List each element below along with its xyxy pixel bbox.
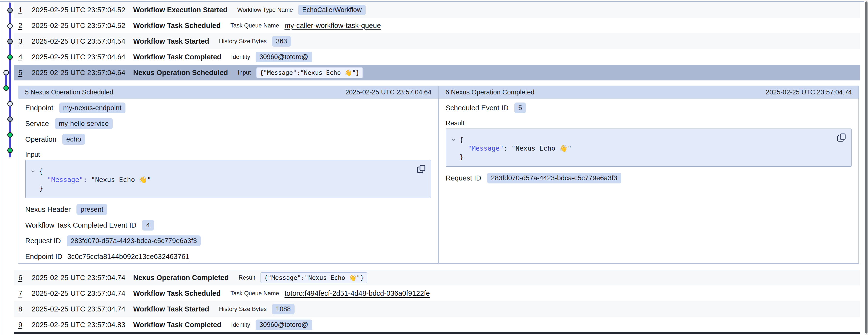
event-timestamp: 2025-02-25 UTC 23:57:04.83 [32,321,125,329]
event-name: Workflow Task Scheduled [133,22,221,30]
horizontal-scrollbar[interactable] [14,332,860,334]
field-label: Endpoint [25,104,54,112]
event-timestamp: 2025-02-25 UTC 23:57:04.74 [32,305,125,313]
json-value: "Nexus Echo 👋" [512,144,571,152]
event-row-7[interactable]: 7 2025-02-25 UTC 23:57:04.74 Workflow Ta… [14,285,860,301]
timeline-dot-event-10[interactable] [7,148,13,153]
event-timestamp: 2025-02-25 UTC 23:57:04.64 [32,69,125,77]
event-row-4[interactable]: 4 2025-02-25 UTC 23:57:04.64 Workflow Ta… [14,49,860,65]
detail-panel-body: Scheduled Event ID 5 Result { "Message":… [439,99,859,186]
event-timestamp: 2025-02-25 UTC 23:57:04.52 [32,6,125,14]
result-section-label: Result [446,116,852,129]
event-name: Workflow Task Started [133,305,209,313]
event-timestamp: 2025-02-25 UTC 23:57:04.52 [32,22,125,30]
endpoint-id-link[interactable]: 3c0c75ccfa8144b092c13ce632463761 [67,253,189,261]
event-id-link[interactable]: 4 [19,53,24,61]
service-field: Service my-hello-service [25,116,431,132]
copy-icon [836,132,847,143]
event-row-8[interactable]: 8 2025-02-25 UTC 23:57:04.74 Workflow Ta… [14,301,860,317]
event-attr-label: Workflow Type Name [237,6,293,13]
event-id-link[interactable]: 2 [19,22,24,30]
event-attr-value-badge: 30960@totoro@ [256,52,312,62]
event-attr-label: Task Queue Name [230,22,279,29]
task-queue-link[interactable]: totoro:f494fecf-2d51-4d48-bdcd-036a0f912… [284,289,430,298]
event-row-6[interactable]: 6 2025-02-25 UTC 23:57:04.74 Nexus Opera… [14,270,860,285]
event-attr-label: Task Queue Name [230,290,279,297]
timeline-dot-event-5[interactable] [3,70,9,75]
event-name: Workflow Task Completed [133,321,221,329]
json-key: "Message" [468,144,504,152]
event-id-link[interactable]: 5 [19,69,24,77]
event-row-9[interactable]: 9 2025-02-25 UTC 23:57:04.83 Workflow Ta… [14,317,860,333]
endpoint-id-field: Endpoint ID 3c0c75ccfa8144b092c13ce63246… [25,249,431,264]
event-id-link[interactable]: 9 [19,321,24,329]
detail-panel-body: Endpoint my-nexus-endpoint Service my-he… [19,99,438,264]
event-attr-label: History Size Bytes [219,306,267,312]
event-row-2[interactable]: 2 2025-02-25 UTC 23:57:04.52 Workflow Ta… [14,18,860,33]
timeline-dot-event-9[interactable] [7,132,13,138]
endpoint-field: Endpoint my-nexus-endpoint [25,100,431,116]
timeline-dot-event-8[interactable] [7,116,13,122]
request-id-field: Request ID 283fd070-d57a-4423-bdca-c5c77… [25,233,431,249]
event-id-link[interactable]: 1 [19,6,24,14]
collapse-chevron-icon[interactable] [31,169,35,173]
field-label: Request ID [446,174,481,182]
event-timestamp: 2025-02-25 UTC 23:57:04.74 [32,274,125,282]
event-name: Nexus Operation Scheduled [133,69,228,77]
json-open-brace: { [39,167,43,175]
event-id-link[interactable]: 6 [19,274,24,282]
timeline-dot-event-6[interactable] [3,85,9,91]
request-id-badge: 283fd070-d57a-4423-bdca-c5c779e6a3f3 [67,235,201,246]
event-id-link[interactable]: 3 [19,37,24,45]
vertical-scrollbar-thumb[interactable] [865,1,868,334]
event-name: Workflow Task Scheduled [133,289,221,298]
timeline-dot-event-1[interactable] [7,8,13,13]
event-attr-label: Input [238,69,251,76]
nexus-header-field: Nexus Header present [25,202,431,217]
timeline-dot-event-3[interactable] [7,39,13,44]
service-badge: my-hello-service [55,118,113,129]
detail-panel-header: 5 Nexus Operation Scheduled 2025-02-25 U… [19,86,438,99]
timeline-dot-event-2[interactable] [7,23,13,29]
event-row-5-selected[interactable]: 5 2025-02-25 UTC 23:57:04.64 Nexus Opera… [14,65,860,80]
event-attr-label: History Size Bytes [219,38,267,45]
detail-panel-title: 5 Nexus Operation Scheduled [25,88,113,96]
event-attr-value-badge: 363 [272,36,291,47]
event-attr-value-badge: EchoCallerWorkflow [298,5,366,15]
operation-field: Operation echo [25,132,431,147]
copy-icon [416,164,426,174]
event-id-link[interactable]: 8 [19,305,24,313]
payload-preview-chip: {"Message":"Nexus Echo 👋"} [260,272,367,283]
vertical-scrollbar-track[interactable] [865,0,868,335]
input-section-label: Input [25,147,431,160]
copy-button[interactable] [415,163,427,175]
field-label: Service [25,120,49,128]
event-row-1[interactable]: 1 2025-02-25 UTC 23:57:04.52 Workflow Ex… [14,2,860,18]
task-queue-link[interactable]: my-caller-workflow-task-queue [284,22,381,30]
detail-panel-title: 6 Nexus Operation Completed [445,88,534,96]
timeline-dot-event-4[interactable] [7,54,13,60]
payload-preview-chip: {"Message":"Nexus Echo 👋"} [256,67,363,78]
timeline-dot-event-7[interactable] [7,101,13,106]
input-json-viewer: { "Message": "Nexus Echo 👋" } [25,160,431,198]
field-label: Scheduled Event ID [446,104,508,112]
request-id-badge: 283fd070-d57a-4423-bdca-c5c779e6a3f3 [487,173,621,184]
event-timestamp: 2025-02-25 UTC 23:57:04.74 [32,289,125,298]
event-name: Workflow Task Started [133,37,209,45]
event-attr-value-badge: 1088 [272,304,294,314]
nexus-header-badge: present [76,204,107,215]
event-id-badge: 4 [142,220,154,230]
workflow-task-completed-event-id-field: Workflow Task Completed Event ID 4 [25,217,431,233]
event-row-3[interactable]: 3 2025-02-25 UTC 23:57:04.54 Workflow Ta… [14,33,860,49]
collapse-chevron-icon[interactable] [451,137,456,142]
event-timestamp: 2025-02-25 UTC 23:57:04.54 [32,37,125,45]
copy-button[interactable] [836,132,847,144]
event-id-link[interactable]: 7 [19,289,24,298]
scheduled-event-id-badge: 5 [515,103,526,113]
detail-panel-event-6: 6 Nexus Operation Completed 2025-02-25 U… [439,86,859,263]
detail-panel-header: 6 Nexus Operation Completed 2025-02-25 U… [439,86,859,99]
workflow-history-view: 1 2025-02-25 UTC 23:57:04.52 Workflow Ex… [0,0,868,335]
field-label: Endpoint ID [25,253,62,261]
json-key: "Message" [47,176,83,184]
field-label: Request ID [25,237,61,245]
